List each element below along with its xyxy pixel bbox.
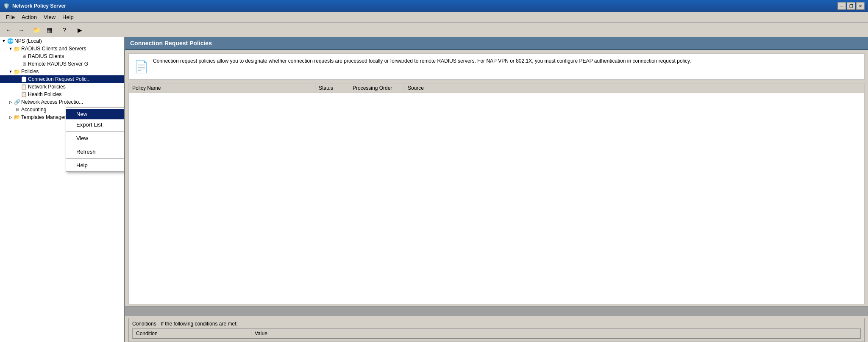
menu-help[interactable]: Help <box>59 13 77 21</box>
col-header-order[interactable]: Processing Order <box>349 83 404 93</box>
context-view-label: View <box>76 135 88 141</box>
tree-item-network-access[interactable]: ▷ 🔗 Network Access Protectio... <box>0 98 124 106</box>
menu-action[interactable]: Action <box>18 13 40 21</box>
play-button[interactable]: ▶ <box>74 25 86 36</box>
splitter-bar[interactable] <box>125 306 868 316</box>
sidebar-item-label: Health Policies <box>28 91 61 97</box>
tree-item-radius-clients[interactable]: ▷ 🖥 RADIUS Clients <box>0 52 124 60</box>
sidebar-item-label: Remote RADIUS Server G <box>28 61 88 67</box>
info-text: Connection request policies allow you to… <box>153 57 691 65</box>
close-button[interactable]: ✕ <box>856 2 865 10</box>
menu-view[interactable]: View <box>40 13 59 21</box>
expand-policies[interactable]: ▼ <box>8 69 14 74</box>
accounting-icon: 🖥 <box>14 106 20 113</box>
sidebar-item-label: Network Policies <box>28 84 66 90</box>
col-header-name[interactable]: Policy Name <box>129 83 315 93</box>
context-export-label: Export List <box>76 121 102 128</box>
context-refresh-label: Refresh <box>76 149 96 155</box>
menubar: File Action View Help <box>0 12 868 23</box>
cond-col-value[interactable]: Value <box>251 329 860 338</box>
info-icon: 📄 <box>134 58 149 76</box>
context-separator-1 <box>66 131 125 132</box>
sidebar-item-label: Policies <box>21 69 39 74</box>
main-layout: ▼ 🌐 NPS (Local) ▼ 📁 RADIUS Clients and S… <box>0 37 868 342</box>
table-body <box>129 93 864 161</box>
sidebar-item-label: Network Access Protectio... <box>21 99 83 105</box>
sidebar-item-label: RADIUS Clients and Servers <box>21 46 86 52</box>
restore-button[interactable]: ❐ <box>847 2 855 10</box>
expand-nap[interactable]: ▷ <box>8 99 14 105</box>
back-button[interactable]: ← <box>3 25 14 36</box>
tree-pane: ▼ 🌐 NPS (Local) ▼ 📁 RADIUS Clients and S… <box>0 37 125 342</box>
network-icon: 🔗 <box>14 99 20 105</box>
server-icon-clients: 🖥 <box>20 53 27 60</box>
page-title: Connection Request Policies <box>130 40 212 47</box>
tree-item-network-policies[interactable]: ▷ 📋 Network Policies <box>0 83 124 91</box>
tree-item-radius-clients-servers[interactable]: ▼ 📁 RADIUS Clients and Servers <box>0 45 124 52</box>
up-button[interactable]: 📁 <box>31 25 42 36</box>
context-item-view[interactable]: View <box>66 133 125 143</box>
window-controls: ─ ❐ ✕ <box>837 2 865 10</box>
help-button[interactable]: ? <box>58 25 70 36</box>
context-item-new[interactable]: New <box>66 109 125 119</box>
policy-icon-network: 📋 <box>20 83 27 90</box>
menu-file[interactable]: File <box>3 13 18 21</box>
server-icon-remote: 🖥 <box>20 61 27 67</box>
context-item-refresh[interactable]: Refresh <box>66 146 125 157</box>
col-header-source[interactable]: Source <box>404 83 864 93</box>
tree-item-connection-request[interactable]: ▷ 📋 Connection Request Polic... <box>0 75 124 83</box>
expand-templates[interactable]: ▷ <box>8 114 14 120</box>
titlebar: 🛡️ Network Policy Server ─ ❐ ✕ <box>0 0 868 12</box>
conditions-area: Conditions - If the following conditions… <box>128 318 865 342</box>
forward-button[interactable]: → <box>15 25 27 36</box>
folder-icon-policies: 📁 <box>14 68 20 75</box>
tree-item-remote-radius[interactable]: ▷ 🖥 Remote RADIUS Server G <box>0 60 124 68</box>
sidebar-item-label: Connection Request Polic... <box>28 76 91 82</box>
tree-item-policies[interactable]: ▼ 📁 Policies <box>0 68 124 75</box>
context-item-help[interactable]: Help <box>66 160 125 171</box>
toolbar: ← → 📁 ▦ ? ▶ <box>0 23 868 37</box>
policy-table: Policy Name Status Processing Order Sour… <box>128 83 865 304</box>
conditions-table: Condition Value <box>132 328 861 339</box>
expand-radius[interactable]: ▼ <box>8 46 14 52</box>
minimize-button[interactable]: ─ <box>837 2 846 10</box>
sidebar-item-label: RADIUS Clients <box>28 53 64 59</box>
sidebar-item-label: Accounting <box>21 107 46 113</box>
expand-root[interactable]: ▼ <box>1 38 7 44</box>
app-icon: 🛡️ <box>3 3 10 9</box>
col-header-status[interactable]: Status <box>315 83 349 93</box>
app-title: Network Policy Server <box>12 3 66 9</box>
context-menu: New Export List View Refresh Help <box>66 108 125 172</box>
context-new-label: New <box>76 111 87 117</box>
policy-icon-health: 📋 <box>20 91 27 98</box>
context-help-label: Help <box>76 162 88 168</box>
root-icon: 🌐 <box>7 38 14 44</box>
show-hide-button[interactable]: ▦ <box>43 25 55 36</box>
tree-root[interactable]: ▼ 🌐 NPS (Local) <box>0 37 124 45</box>
root-label: NPS (Local) <box>14 38 42 44</box>
content-pane: Connection Request Policies 📄 Connection… <box>125 37 868 342</box>
context-separator-3 <box>66 158 125 159</box>
content-header: Connection Request Policies <box>125 37 868 50</box>
policy-icon-connection: 📋 <box>20 76 27 83</box>
conditions-header: Condition Value <box>133 329 860 339</box>
context-item-export[interactable]: Export List <box>66 119 125 130</box>
info-box: 📄 Connection request policies allow you … <box>128 53 865 80</box>
tree-item-health-policies[interactable]: ▷ 📋 Health Policies <box>0 91 124 98</box>
conditions-title: Conditions - If the following conditions… <box>132 321 861 327</box>
templates-icon: 📂 <box>14 114 20 121</box>
folder-icon-radius: 📁 <box>14 45 20 52</box>
table-header: Policy Name Status Processing Order Sour… <box>129 83 864 93</box>
cond-col-condition[interactable]: Condition <box>133 329 251 338</box>
context-separator-2 <box>66 145 125 145</box>
